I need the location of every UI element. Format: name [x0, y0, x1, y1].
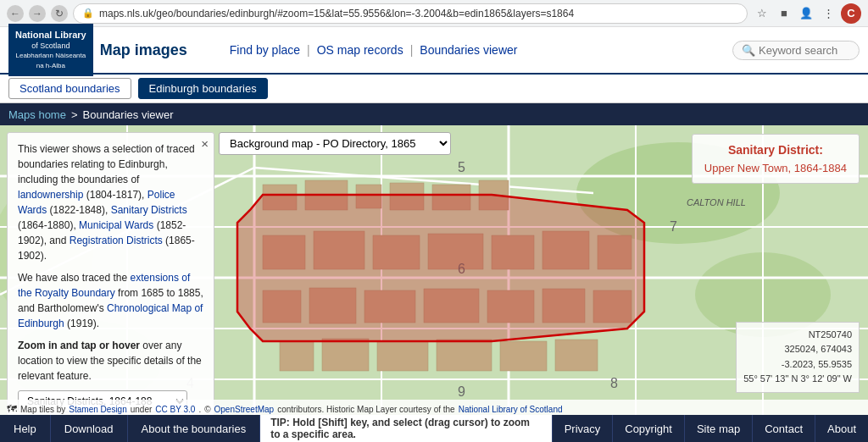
- boundaries-viewer-label: Boundaries viewer: [420, 43, 517, 57]
- sub-header: Maps home > Boundaries viewer: [0, 103, 868, 125]
- os-map-records-link[interactable]: OS map records: [317, 43, 403, 57]
- scotland-boundaries-button[interactable]: Scotland boundaries: [8, 78, 131, 99]
- svg-text:5: 5: [458, 160, 465, 174]
- profile-button[interactable]: C: [841, 3, 861, 24]
- svg-text:CALTON HILL: CALTON HILL: [687, 197, 746, 207]
- extensions-button[interactable]: ■: [775, 4, 793, 23]
- sanitary-districts-link[interactable]: Sanitary Districts: [111, 204, 187, 216]
- sep1: |: [307, 43, 310, 57]
- address-text: maps.nls.uk/geo/boundaries/edinburgh/#zo…: [99, 8, 574, 19]
- info-para2: We have also traced the extensions of th…: [18, 270, 203, 331]
- breadcrumb-separator: >: [71, 108, 78, 121]
- svg-marker-50: [237, 195, 644, 341]
- settings-button[interactable]: ⋮: [819, 4, 837, 23]
- map-images-label: Map images: [100, 41, 187, 59]
- boundary-nav: Scotland boundaries Edinburgh boundaries: [0, 75, 868, 103]
- edinburgh-boundaries-button[interactable]: Edinburgh boundaries: [138, 78, 268, 99]
- keyword-search-box[interactable]: 🔍: [732, 41, 860, 60]
- registration-districts-link[interactable]: Registration Districts: [70, 235, 163, 246]
- easting: 325024, 674043: [743, 342, 852, 357]
- back-button[interactable]: ←: [7, 5, 24, 22]
- info-panel-close-button[interactable]: ×: [201, 136, 209, 151]
- bg-map-dropdown[interactable]: Background map - PO Directory, 1865 Open…: [219, 132, 451, 155]
- info-para3: Zoom in and tap or hover over any locati…: [18, 338, 203, 384]
- svg-text:8: 8: [610, 376, 618, 390]
- tip-area: TIP: Hold [Shift] key, and select (drag …: [260, 415, 551, 442]
- copyright-button[interactable]: Copyright: [612, 415, 684, 442]
- bottom-bar: Help Download About the boundaries TIP: …: [0, 415, 868, 442]
- browser-bar: ← → ↻ 🔒 maps.nls.uk/geo/boundaries/edinb…: [0, 0, 868, 27]
- tip-text: TIP: Hold [Shift] key, and select (drag …: [270, 417, 530, 440]
- contact-button[interactable]: Contact: [752, 415, 815, 442]
- bg-map-select[interactable]: Background map - PO Directory, 1865 Open…: [219, 132, 451, 155]
- attribution-text: Map tiles by: [20, 405, 65, 414]
- top-nav: National Library of Scotland Leabharlann…: [0, 27, 868, 75]
- lock-icon: 🔒: [82, 8, 94, 19]
- map-icon: 🗺: [7, 403, 17, 415]
- sep2: |: [410, 43, 414, 57]
- osm-link[interactable]: OpenStreetMap: [214, 405, 275, 414]
- municipal-wards-link[interactable]: Municipal Wards: [79, 219, 153, 231]
- svg-rect-40: [377, 341, 428, 371]
- keyword-search-input[interactable]: [759, 44, 850, 57]
- find-by-place-link[interactable]: Find by place: [230, 43, 300, 57]
- privacy-button[interactable]: Privacy: [552, 415, 613, 442]
- help-button[interactable]: Help: [0, 415, 51, 442]
- svg-rect-42: [500, 341, 547, 371]
- map-container[interactable]: 5 7 6 9 8 4 CALTON HILL BELLA MILLS Back…: [0, 125, 868, 418]
- site-map-button[interactable]: Site map: [684, 415, 752, 442]
- dms: 55° 57' 13" N 3° 12' 09" W: [743, 372, 852, 387]
- district-name: Upper New Town, 1864-1884: [704, 162, 847, 174]
- maps-home-link[interactable]: Maps home: [8, 108, 66, 121]
- reload-button[interactable]: ↻: [51, 5, 68, 22]
- bookmark-button[interactable]: ☆: [753, 4, 771, 23]
- coords-box: NT250740 325024, 674043 -3.2023, 55.9535…: [736, 322, 860, 393]
- zoom-instruction-bold: Zoom in and tap or hover: [18, 340, 140, 351]
- info-panel: × This viewer shows a selection of trace…: [7, 132, 214, 418]
- stamen-link[interactable]: Stamen Design: [69, 405, 126, 414]
- svg-rect-43: [555, 340, 598, 371]
- svg-rect-38: [280, 341, 314, 371]
- nls-logo: National Library of Scotland Leabharlann…: [8, 24, 213, 75]
- top-links: Find by place | OS map records | Boundar…: [230, 43, 518, 57]
- grid-ref: NT250740: [743, 328, 852, 343]
- svg-text:9: 9: [458, 384, 465, 399]
- district-info-box: Sanitary District: Upper New Town, 1864-…: [692, 134, 860, 184]
- right-buttons: Privacy Copyright Site map Contact About: [552, 415, 868, 442]
- info-para1: This viewer shows a selection of traced …: [18, 141, 203, 263]
- cc-link[interactable]: CC BY 3.0: [155, 405, 195, 414]
- svg-rect-41: [437, 340, 492, 371]
- about-button[interactable]: About: [815, 415, 868, 442]
- download-button[interactable]: Download: [51, 415, 128, 442]
- nls-attribution-link[interactable]: National Library of Scotland: [459, 405, 563, 414]
- address-bar: 🔒 maps.nls.uk/geo/boundaries/edinburgh/#…: [73, 3, 748, 24]
- svg-rect-39: [322, 339, 369, 371]
- user-button[interactable]: 👤: [797, 4, 815, 23]
- nls-logo-box: National Library of Scotland Leabharlann…: [8, 24, 93, 75]
- boundaries-viewer-breadcrumb: Boundaries viewer: [83, 108, 174, 121]
- browser-actions: ☆ ■ 👤 ⋮ C: [753, 3, 861, 24]
- district-title: Sanitary District:: [704, 143, 847, 157]
- lon-lat: -3.2023, 55.9535: [743, 357, 852, 373]
- search-icon: 🔍: [742, 44, 755, 57]
- forward-button[interactable]: →: [29, 5, 46, 22]
- chronological-map-link[interactable]: Chronological Map of Edinburgh: [18, 302, 203, 329]
- svg-text:7: 7: [670, 219, 677, 234]
- extensions-link[interactable]: extensions of the Royalty Boundary: [18, 272, 190, 299]
- landownership-link[interactable]: landownership: [18, 189, 83, 201]
- about-boundaries-button[interactable]: About the boundaries: [128, 415, 261, 442]
